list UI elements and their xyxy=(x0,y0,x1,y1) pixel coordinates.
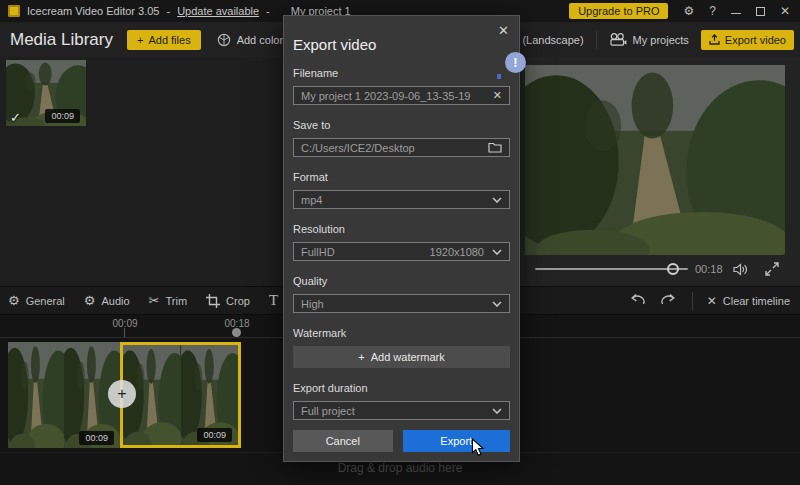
save-to-field[interactable]: C:/Users/ICE2/Desktop xyxy=(293,138,510,157)
preview-panel: 00:18 xyxy=(517,57,800,286)
resolution-dropdown[interactable]: FullHD 1920x1080 xyxy=(293,242,510,261)
audio-drop-hint: Drag & drop audio here xyxy=(0,461,800,475)
preview-frame-image xyxy=(525,65,785,255)
app-window: Icecream Video Editor 3.05 - Update avai… xyxy=(0,0,800,485)
resolution-detail: 1920x1080 xyxy=(430,246,484,258)
gear-icon: ⚙ xyxy=(84,293,96,308)
dialog-title: Export video xyxy=(293,36,510,53)
plus-icon: + xyxy=(137,34,143,46)
export-dialog: ✕ Export video Filename ✕ Save to C:/Use… xyxy=(283,15,520,462)
watermark-label: Watermark xyxy=(293,327,510,339)
resolution-label: Resolution xyxy=(293,223,510,235)
filename-label: Filename xyxy=(293,67,510,79)
settings-gear-icon[interactable]: ⚙ xyxy=(683,4,694,18)
clip-duration-badge: 00:09 xyxy=(197,428,232,442)
scissors-icon: ✂ xyxy=(149,293,160,308)
ruler-tick-label: 00:09 xyxy=(103,318,147,329)
chevron-down-icon xyxy=(492,301,502,307)
export-duration-dropdown[interactable]: Full project xyxy=(293,401,510,420)
filename-input[interactable] xyxy=(301,90,487,102)
chevron-down-icon xyxy=(492,249,502,255)
clip-duration-badge: 00:09 xyxy=(79,431,114,445)
tool-audio[interactable]: ⚙ Audio xyxy=(84,293,130,308)
duration-badge: 00:09 xyxy=(45,109,80,123)
my-projects-button[interactable]: My projects xyxy=(609,33,689,46)
upgrade-pro-button[interactable]: Upgrade to PRO xyxy=(569,3,668,19)
add-color-button[interactable]: Add color xyxy=(217,33,283,47)
browse-folder-icon[interactable] xyxy=(488,142,502,153)
title-dash: - xyxy=(166,5,170,17)
export-video-button[interactable]: Export video xyxy=(701,30,794,50)
toolbar-separator xyxy=(692,292,693,310)
clear-timeline-button[interactable]: ✕ Clear timeline xyxy=(707,294,790,308)
add-watermark-button[interactable]: + Add watermark xyxy=(293,346,510,368)
plus-icon: + xyxy=(358,351,364,363)
format-label: Format xyxy=(293,171,510,183)
media-thumbnail[interactable]: ✓ 00:09 xyxy=(6,60,86,126)
header-separator xyxy=(596,31,597,49)
fullscreen-icon[interactable] xyxy=(765,262,779,280)
tool-general[interactable]: ⚙ General xyxy=(8,293,65,308)
minimize-button[interactable] xyxy=(731,13,741,14)
app-title: Icecream Video Editor 3.05 xyxy=(27,5,159,17)
check-icon: ✓ xyxy=(10,110,21,125)
ruler-tick xyxy=(124,328,125,337)
clip-frame-image xyxy=(8,342,64,448)
tool-trim[interactable]: ✂ Trim xyxy=(149,293,188,308)
app-icon xyxy=(8,5,20,17)
maximize-button[interactable] xyxy=(756,7,765,16)
close-window-button[interactable]: ✕ xyxy=(780,4,790,18)
export-button[interactable]: Export xyxy=(403,430,510,452)
text-tool-icon: T xyxy=(269,292,278,309)
notification-badge[interactable]: ! xyxy=(505,52,526,73)
update-available-link[interactable]: Update available xyxy=(177,5,259,17)
volume-icon[interactable] xyxy=(733,262,749,280)
plus-icon: + xyxy=(117,385,126,402)
title-dash: - xyxy=(266,5,270,17)
gear-icon: ⚙ xyxy=(8,293,20,308)
format-dropdown[interactable]: mp4 xyxy=(293,190,510,209)
quality-label: Quality xyxy=(293,275,510,287)
quality-dropdown[interactable]: High xyxy=(293,294,510,313)
undo-button[interactable] xyxy=(628,292,646,310)
save-to-label: Save to xyxy=(293,119,510,131)
cancel-button[interactable]: Cancel xyxy=(293,430,393,452)
chevron-down-icon xyxy=(492,197,502,203)
preview-controls: 00:18 xyxy=(517,255,800,283)
notification-badge-tail xyxy=(497,74,501,79)
timeline-clip-1[interactable]: 00:09 xyxy=(8,342,120,448)
preview-video[interactable] xyxy=(525,65,785,255)
x-icon: ✕ xyxy=(707,294,717,308)
export-upload-icon xyxy=(709,34,720,45)
chevron-down-icon xyxy=(492,408,502,414)
dialog-close-icon[interactable]: ✕ xyxy=(498,23,509,38)
clear-filename-icon[interactable]: ✕ xyxy=(493,89,502,102)
tool-crop[interactable]: Crop xyxy=(206,294,250,308)
add-transition-button[interactable]: + xyxy=(108,380,136,408)
seek-slider-handle[interactable] xyxy=(667,263,679,275)
redo-button[interactable] xyxy=(660,292,678,310)
add-files-button[interactable]: + Add files xyxy=(127,30,201,50)
seek-slider-track[interactable] xyxy=(535,268,688,270)
save-to-path: C:/Users/ICE2/Desktop xyxy=(301,142,488,154)
color-wheel-icon xyxy=(217,33,231,47)
help-icon[interactable]: ? xyxy=(709,4,716,18)
filename-field: ✕ xyxy=(293,86,510,105)
crop-icon xyxy=(206,294,220,308)
playhead-grip[interactable] xyxy=(232,328,241,337)
timeline-clip-2-selected[interactable]: 00:09 xyxy=(120,342,241,448)
media-library-title: Media Library xyxy=(10,30,113,50)
projector-icon xyxy=(609,33,627,46)
export-duration-label: Export duration xyxy=(293,382,510,394)
playback-time: 00:18 xyxy=(695,263,723,275)
